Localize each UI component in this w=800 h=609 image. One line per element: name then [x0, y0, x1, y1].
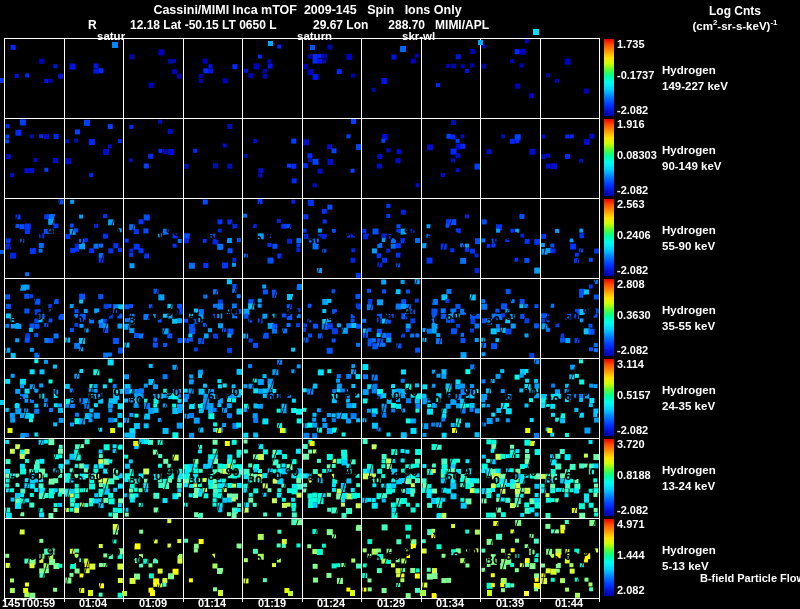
colorbar [604, 279, 614, 356]
time-tick-9: 01:44 [555, 597, 583, 609]
scale-max: 2.808 [617, 278, 645, 290]
energy-row-35-55: 2.808 0.3630 -2.082 Hydrogen 35-55 keV [604, 278, 800, 358]
scale-mid: 0.8188 [617, 469, 651, 481]
energy-label: 90-149 keV [662, 160, 721, 172]
species-label: Hydrogen [662, 304, 716, 316]
event-marker [0, 400, 4, 405]
bfield-particle-flow-note: B-field Particle Flow [700, 572, 800, 584]
scale-max: 3.720 [617, 438, 645, 450]
species-label: Hydrogen [662, 64, 716, 76]
colorbar [604, 439, 614, 516]
event-marker [112, 42, 118, 48]
event-label-saturn: saturn [297, 30, 332, 42]
scale-min: -2.082 [617, 264, 648, 276]
time-tick-4: 01:19 [258, 597, 286, 609]
energy-label: 35-55 keV [662, 320, 715, 332]
time-tick-1: 01:04 [79, 597, 107, 609]
colorbar [604, 359, 614, 436]
event-label-satur: satur [97, 30, 125, 42]
event-label-skr-wl: skr-wl [402, 30, 435, 42]
time-tick-3: 01:14 [198, 597, 226, 609]
time-tick-0: 145T00:59 [2, 597, 55, 609]
event-marker [88, 590, 93, 596]
scale-min: -2.082 [617, 424, 648, 436]
scale-max: 3.114 [617, 358, 644, 370]
scale-max: 4.971 [617, 518, 645, 530]
species-label: Hydrogen [662, 464, 716, 476]
colorbar [604, 39, 614, 116]
species-label: Hydrogen [662, 544, 716, 556]
energy-row-90-149: 1.916 0.08303 -2.082 Hydrogen 90-149 keV [604, 118, 800, 198]
scale-mid: 0.5157 [617, 389, 651, 401]
energy-row-5-13: 4.971 1.444 2.082 Hydrogen 5-13 keV [604, 518, 800, 598]
energy-row-13-24: 3.720 0.8188 -2.082 Hydrogen 13-24 keV [604, 438, 800, 518]
scale-min: 2.082 [617, 584, 645, 596]
event-marker [524, 591, 529, 596]
units-exponent: -1 [770, 18, 777, 27]
scale-mid: 0.3630 [617, 309, 651, 321]
event-marker [400, 46, 406, 52]
scale-min: -2.082 [617, 504, 648, 516]
species-label: Hydrogen [662, 144, 716, 156]
colorbar [604, 119, 614, 196]
event-marker [288, 591, 293, 596]
scale-min: -2.082 [617, 104, 648, 116]
energy-label: 55-90 keV [662, 240, 715, 252]
energy-label: 5-13 keV [662, 560, 709, 572]
units-mid: -sr-s-keV) [717, 20, 770, 32]
species-label: Hydrogen [662, 384, 716, 396]
event-marker [478, 40, 483, 45]
time-tick-5: 01:24 [317, 597, 345, 609]
event-marker [350, 590, 355, 596]
time-tick-2: 01:09 [139, 597, 167, 609]
event-marker [533, 29, 539, 35]
energy-label: 13-24 keV [662, 480, 715, 492]
time-tick-6: 01:29 [377, 597, 405, 609]
time-tick-8: 01:39 [496, 597, 524, 609]
scale-max: 1.735 [617, 38, 645, 50]
scale-min: -2.082 [617, 344, 648, 356]
event-marker [122, 591, 127, 596]
scale-mid: 1.444 [617, 549, 645, 561]
spectrogram-window: Cassini/MIMI Inca mTOF 2009-145 Spin Ion… [0, 0, 800, 609]
scale-mid: 0.2406 [617, 229, 651, 241]
time-tick-7: 01:34 [436, 597, 464, 609]
event-marker [268, 41, 273, 46]
event-marker [420, 590, 426, 596]
energy-row-149-227: 1.735 -0.1737 -2.082 Hydrogen 149-227 ke… [604, 38, 800, 118]
scale-mid: -0.1737 [617, 69, 654, 81]
species-label: Hydrogen [662, 224, 716, 236]
colorbar-units: (cm2-sr-s-keV)-1 [660, 18, 800, 32]
colorbar [604, 199, 614, 276]
energy-label: 24-35 keV [662, 400, 715, 412]
event-marker [150, 590, 155, 596]
page-title: Cassini/MIMI Inca mTOF 2009-145 Spin Ion… [0, 3, 615, 17]
colorbar [604, 519, 614, 596]
energy-label: 149-227 keV [662, 80, 728, 92]
event-marker [0, 250, 4, 254]
energy-row-55-90: 2.563 0.2406 -2.082 Hydrogen 55-90 keV [604, 198, 800, 278]
event-marker [310, 45, 315, 50]
scale-max: 2.563 [617, 198, 645, 210]
energy-row-24-35: 3.114 0.5157 -2.082 Hydrogen 24-35 keV [604, 358, 800, 438]
scale-min: -2.082 [617, 184, 648, 196]
scale-max: 1.916 [617, 118, 645, 130]
colorbar-title: Log Cnts [660, 4, 800, 18]
event-marker [0, 78, 4, 83]
units-prefix: (cm [692, 20, 712, 32]
event-marker [487, 590, 492, 596]
scale-mid: 0.08303 [617, 149, 657, 161]
event-marker [218, 590, 223, 596]
